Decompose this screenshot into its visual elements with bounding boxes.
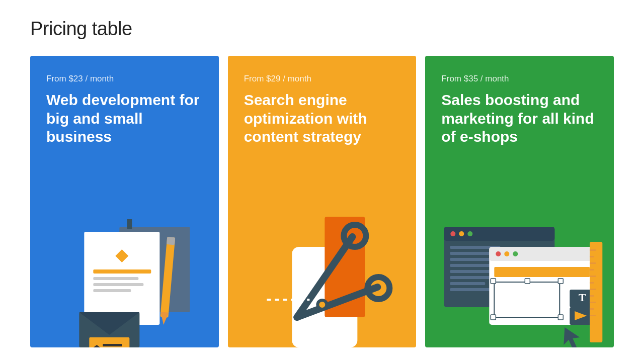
svg-rect-6 <box>93 283 143 286</box>
card-seo-illustration <box>228 217 417 347</box>
svg-point-22 <box>319 302 325 308</box>
svg-rect-5 <box>93 277 138 280</box>
cards-container: From $23 / month Web development for big… <box>30 56 614 347</box>
card-seo-price: From $29 / month <box>244 74 400 84</box>
svg-rect-63 <box>590 295 594 297</box>
svg-rect-7 <box>93 289 131 292</box>
svg-rect-57 <box>590 256 594 257</box>
svg-rect-50 <box>558 315 564 320</box>
svg-rect-56 <box>590 249 596 251</box>
page-container: Pricing table From $23 / month Web devel… <box>0 0 644 347</box>
svg-rect-10 <box>167 237 175 245</box>
svg-rect-47 <box>525 279 530 284</box>
svg-point-29 <box>459 231 464 236</box>
svg-rect-46 <box>491 279 496 284</box>
svg-rect-61 <box>590 282 594 284</box>
svg-rect-48 <box>558 279 564 284</box>
card-web-dev: From $23 / month Web development for big… <box>30 56 219 347</box>
svg-point-43 <box>513 251 518 256</box>
svg-rect-58 <box>590 262 596 264</box>
svg-point-30 <box>468 231 473 236</box>
card-web-dev-illustration <box>30 217 219 347</box>
card-seo-title: Search engine optimization with content … <box>244 91 400 146</box>
svg-rect-60 <box>590 276 596 277</box>
svg-rect-66 <box>590 315 596 316</box>
card-sales: From $35 / month Sales boosting and mark… <box>425 56 614 347</box>
svg-rect-33 <box>450 258 491 261</box>
svg-marker-67 <box>564 327 580 347</box>
svg-rect-65 <box>590 308 594 310</box>
svg-point-28 <box>451 231 456 236</box>
svg-rect-62 <box>590 289 596 290</box>
svg-rect-49 <box>491 315 496 320</box>
svg-rect-35 <box>450 270 496 273</box>
svg-rect-37 <box>450 282 486 285</box>
svg-rect-44 <box>495 267 590 277</box>
svg-text:T: T <box>579 291 586 304</box>
card-sales-title: Sales boosting and marketing for all kin… <box>441 91 598 146</box>
card-web-dev-title: Web development for big and small busine… <box>46 91 203 146</box>
svg-rect-1 <box>127 219 132 229</box>
svg-rect-15 <box>103 344 122 346</box>
page-title: Pricing table <box>30 18 614 40</box>
svg-point-42 <box>505 251 510 256</box>
card-sales-illustration: T <box>425 217 614 347</box>
svg-point-41 <box>496 251 501 256</box>
card-web-dev-price: From $23 / month <box>46 74 203 84</box>
card-sales-price: From $35 / month <box>441 74 598 84</box>
svg-rect-4 <box>93 269 151 274</box>
card-seo: From $29 / month Search engine optimizat… <box>228 56 417 347</box>
svg-rect-64 <box>590 302 596 303</box>
svg-rect-59 <box>590 269 594 270</box>
